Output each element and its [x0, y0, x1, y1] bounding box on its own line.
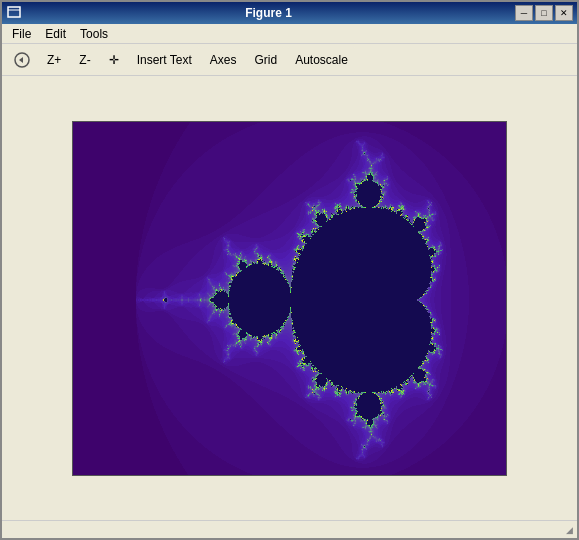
main-window: Figure 1 ─ □ ✕ File Edit Tools Z+ Z- ✛ I…: [0, 0, 579, 540]
zoom-plus-button[interactable]: Z+: [40, 47, 68, 73]
svg-rect-0: [8, 7, 20, 17]
grid-button[interactable]: Grid: [248, 47, 285, 73]
plot-area[interactable]: [72, 121, 507, 476]
minimize-button[interactable]: ─: [515, 5, 533, 21]
menu-tools[interactable]: Tools: [74, 26, 114, 42]
maximize-button[interactable]: □: [535, 5, 553, 21]
insert-text-button[interactable]: Insert Text: [130, 47, 199, 73]
statusbar: ◢: [2, 520, 577, 538]
resize-handle[interactable]: ◢: [566, 525, 573, 535]
window-icon: [6, 5, 22, 21]
move-button[interactable]: ✛: [102, 47, 126, 73]
back-icon: [13, 51, 31, 69]
toolbar: Z+ Z- ✛ Insert Text Axes Grid Autoscale: [2, 44, 577, 76]
close-button[interactable]: ✕: [555, 5, 573, 21]
fractal-canvas: [73, 122, 507, 476]
window-controls: ─ □ ✕: [515, 5, 573, 21]
menu-edit[interactable]: Edit: [39, 26, 72, 42]
titlebar: Figure 1 ─ □ ✕: [2, 2, 577, 24]
menubar: File Edit Tools: [2, 24, 577, 44]
back-button[interactable]: [8, 47, 36, 73]
menu-file[interactable]: File: [6, 26, 37, 42]
autoscale-button[interactable]: Autoscale: [288, 47, 355, 73]
window-title: Figure 1: [22, 6, 515, 20]
axes-button[interactable]: Axes: [203, 47, 244, 73]
content-area: [2, 76, 577, 520]
zoom-minus-button[interactable]: Z-: [72, 47, 97, 73]
